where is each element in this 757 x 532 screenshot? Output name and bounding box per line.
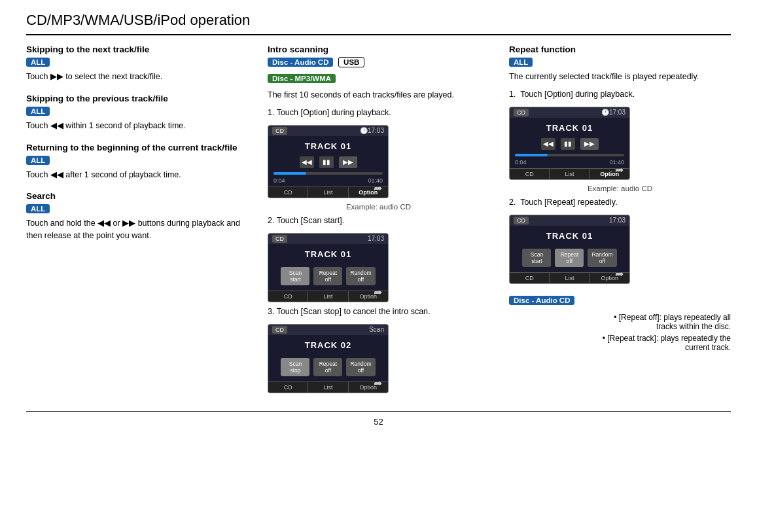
screen1-bottombar: CD List Option: [268, 186, 388, 198]
mid-example1: Example: audio CD: [268, 203, 489, 211]
return-begin-body: Touch ◀◀ after 1 second of playback time…: [26, 169, 248, 181]
rscreen2-topbar: CD 17:03: [510, 215, 629, 226]
screen2-scan-start-btn[interactable]: Scanstart: [281, 267, 309, 285]
screen3-cd-label: CD: [272, 326, 287, 334]
skip-prev-body: Touch ◀◀ within 1 second of playback tim…: [26, 120, 248, 132]
return-begin-title: Returning to the beginning of the curren…: [26, 143, 248, 152]
disc-audio-cd-badge: Disc - Audio CD: [268, 58, 333, 67]
screen3-track: TRACK 02: [268, 335, 388, 353]
rscreen2-cd-label: CD: [514, 217, 529, 224]
skip-next-badge: ALL: [26, 58, 50, 67]
screen1-stop-btn[interactable]: ▮▮: [319, 156, 334, 168]
repeat-intro: The currently selected track/file is pla…: [509, 71, 731, 83]
disc-mp3-badge: Disc - MP3/WMA: [268, 74, 336, 83]
rscreen2-random-btn[interactable]: Randomoff: [588, 249, 616, 267]
rscreen1-track: TRACK 01: [510, 118, 629, 135]
screen2: CD 17:03 TRACK 01 Scanstart Repeatoff Ra…: [268, 233, 389, 302]
screen2-cd-label: CD: [272, 235, 287, 243]
screen1-progress-outer: [273, 172, 383, 175]
rscreen1-play-btn[interactable]: ▶▶: [580, 138, 599, 150]
repeat-title: Repeat function: [509, 44, 731, 54]
screen2-random-btn[interactable]: Randomoff: [346, 267, 375, 285]
skip-prev-section: Skipping to the previous track/file ALL …: [26, 94, 248, 132]
screen1-play-btn[interactable]: ▶▶: [339, 156, 357, 168]
rscreen2-scan-btns: Scanstart Repeatoff Randomoff: [510, 243, 629, 272]
mid-step-1: 1. Touch [Option] during playback.: [268, 108, 489, 117]
intro-scanning-title: Intro scanning: [268, 44, 489, 54]
screen3-bottombar: CD List Option: [268, 381, 388, 393]
screen1-time-right: 01:40: [368, 177, 383, 184]
skip-prev-title: Skipping to the previous track/file: [26, 94, 248, 103]
rscreen2: CD 17:03 TRACK 01 Scanstart Repeatoff Ra…: [509, 215, 630, 284]
screen1-timebar: 0:04 01:40: [268, 177, 388, 186]
rscreen2-wrapper: CD 17:03 TRACK 01 Scanstart Repeatoff Ra…: [509, 211, 630, 287]
screen1-controls: ◀◀ ▮▮ ▶▶: [268, 154, 388, 172]
rscreen2-list-btn[interactable]: List: [550, 273, 590, 283]
rscreen1-prev-btn[interactable]: ◀◀: [541, 138, 555, 150]
screen2-track: TRACK 01: [268, 244, 388, 262]
screen3-scan-stop-btn[interactable]: Scanstop: [281, 358, 309, 376]
rscreen1-progress-outer: [515, 154, 624, 156]
usb-badge: USB: [338, 57, 364, 67]
search-title: Search: [26, 191, 248, 201]
rscreen1-time-left: 0:04: [515, 159, 527, 166]
rscreen1-clock: 🕐17:03: [601, 109, 625, 116]
screen2-clock: 17:03: [368, 235, 384, 242]
content-grid: Skipping to the next track/file ALL Touc…: [26, 44, 731, 398]
page-container: CD/MP3/WMA/USB/iPod operation Skipping t…: [0, 0, 757, 440]
screen2-cd-btn[interactable]: CD: [268, 291, 308, 302]
right-column: Repeat function ALL The currently select…: [509, 44, 731, 398]
screen3: CD Scan TRACK 02 Scanstop Repeatoff Rand…: [268, 324, 389, 393]
screen2-list-btn[interactable]: List: [308, 291, 348, 302]
rscreen2-track: TRACK 01: [510, 226, 629, 243]
repeat-bullet-2: [Repeat track]: plays repeatedly the cur…: [509, 334, 731, 352]
screen1-time-left: 0:04: [273, 177, 285, 184]
screen1-progress-inner: [273, 172, 306, 175]
rscreen2-scan-btn[interactable]: Scanstart: [522, 249, 551, 267]
screen3-cd-btn[interactable]: CD: [268, 382, 308, 393]
screen3-random-btn[interactable]: Randomoff: [346, 358, 375, 376]
intro-body: The first 10 seconds of each tracks/file…: [268, 89, 489, 101]
rscreen1-stop-btn[interactable]: ▮▮: [561, 138, 575, 150]
screen3-clock: Scan: [369, 326, 384, 333]
page-number: 52: [26, 411, 731, 427]
screen2-repeat-btn[interactable]: Repeatoff: [313, 267, 342, 285]
search-badge: ALL: [26, 204, 50, 213]
rscreen1-cd-btn[interactable]: CD: [510, 169, 550, 179]
screen1: CD 🕐17:03 TRACK 01 ◀◀ ▮▮ ▶▶ 0:04 01:40: [268, 125, 389, 198]
return-begin-section: Returning to the beginning of the curren…: [26, 143, 248, 181]
screen2-topbar: CD 17:03: [268, 234, 388, 244]
right-example1: Example: audio CD: [509, 185, 731, 192]
skip-next-title: Skipping to the next track/file: [26, 44, 248, 54]
middle-column: Intro scanning Disc - Audio CD USB Disc …: [268, 44, 489, 398]
skip-next-body: Touch ▶▶ to select the next track/file.: [26, 71, 248, 83]
screen2-option-btn[interactable]: Option: [349, 291, 388, 302]
rscreen1-cd-label: CD: [514, 109, 529, 116]
screen3-wrapper: CD Scan TRACK 02 Scanstop Repeatoff Rand…: [268, 320, 389, 396]
skip-next-section: Skipping to the next track/file ALL Touc…: [26, 44, 248, 83]
rscreen1: CD 🕐17:03 TRACK 01 ◀◀ ▮▮ ▶▶ 0:04 01:40: [509, 107, 630, 180]
rscreen2-option-btn[interactable]: Option: [590, 273, 629, 283]
rscreen1-controls: ◀◀ ▮▮ ▶▶: [510, 135, 629, 154]
disc-badge-row2: Disc - MP3/WMA: [268, 73, 489, 87]
screen3-list-btn[interactable]: List: [308, 382, 348, 393]
screen1-clock: 🕐17:03: [360, 127, 384, 134]
search-section: Search ALL Touch and hold the ◀◀ or ▶▶ b…: [26, 191, 248, 242]
rscreen1-option-btn[interactable]: Option: [590, 169, 629, 179]
left-column: Skipping to the next track/file ALL Touc…: [26, 44, 248, 398]
screen1-prev-btn[interactable]: ◀◀: [300, 156, 314, 168]
screen1-list-btn[interactable]: List: [308, 187, 348, 198]
screen1-option-btn[interactable]: Option: [349, 187, 388, 198]
screen1-track: TRACK 01: [268, 136, 388, 154]
rscreen1-timebar: 0:04 01:40: [510, 159, 629, 168]
rscreen2-repeat-btn[interactable]: Repeatoff: [555, 249, 584, 267]
repeat-bullet-list: [Repeat off]: plays repeatedly all track…: [509, 313, 731, 352]
rscreen2-cd-btn[interactable]: CD: [510, 273, 550, 283]
rscreen1-list-btn[interactable]: List: [550, 169, 590, 179]
search-body: Touch and hold the ◀◀ or ▶▶ buttons duri…: [26, 217, 248, 242]
screen1-topbar: CD 🕐17:03: [268, 126, 388, 136]
screen1-cd-btn[interactable]: CD: [268, 187, 308, 198]
screen3-repeat-btn[interactable]: Repeatoff: [313, 358, 342, 376]
screen3-option-btn[interactable]: Option: [349, 382, 388, 393]
repeat-bullet-1: [Repeat off]: plays repeatedly all track…: [509, 313, 731, 331]
